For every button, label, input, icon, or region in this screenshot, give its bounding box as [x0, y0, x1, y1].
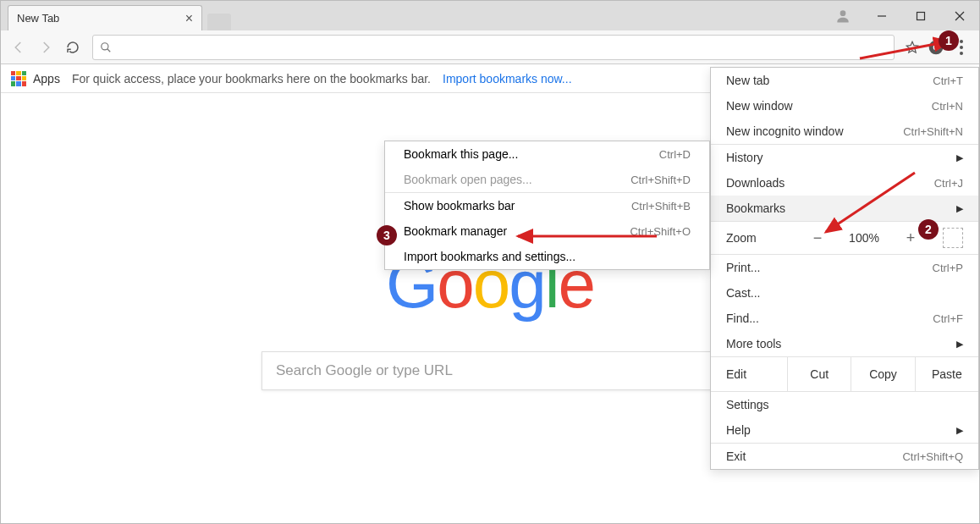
menu-new-window[interactable]: New window Ctrl+N: [711, 93, 978, 119]
forward-button[interactable]: [33, 35, 58, 60]
menu-label: Show bookmarks bar: [404, 199, 515, 212]
menu-label: Import bookmarks and settings...: [404, 250, 575, 263]
menu-label: New window: [726, 99, 793, 113]
window-maximize-button[interactable]: [901, 3, 940, 29]
menu-shortcut: Ctrl+J: [934, 177, 963, 190]
menu-label: History: [726, 151, 763, 164]
menu-label: Help: [726, 423, 751, 437]
svg-line-6: [107, 48, 111, 52]
apps-icon: [11, 71, 26, 86]
edit-cut[interactable]: Cut: [787, 357, 851, 391]
address-bar[interactable]: [92, 35, 895, 60]
menu-shortcut: Ctrl+P: [933, 262, 963, 274]
google-search-box[interactable]: Search Google or type URL: [262, 351, 718, 390]
menu-label: New tab: [726, 74, 769, 87]
menu-label: Bookmark this page...: [404, 147, 518, 161]
import-bookmarks-link[interactable]: Import bookmarks now...: [443, 72, 572, 85]
submenu-show-bookmarks-bar[interactable]: Show bookmarks bar Ctrl+Shift+B: [385, 193, 709, 218]
menu-help[interactable]: Help ▶: [711, 417, 978, 443]
menu-more-tools[interactable]: More tools ▶: [711, 331, 978, 356]
menu-label: Bookmarks: [726, 201, 785, 215]
edit-paste[interactable]: Paste: [915, 357, 978, 391]
svg-point-5: [102, 42, 108, 49]
browser-tab[interactable]: New Tab ×: [8, 5, 202, 30]
svg-point-9: [960, 40, 963, 43]
submenu-bookmark-page[interactable]: Bookmark this page... Ctrl+D: [385, 141, 709, 167]
submenu-arrow-icon: ▶: [956, 339, 963, 350]
menu-label: Settings: [726, 398, 769, 411]
submenu-arrow-icon: ▶: [956, 425, 963, 436]
menu-label: Cast...: [726, 286, 760, 300]
svg-point-11: [960, 52, 963, 55]
window-titlebar: New Tab ×: [1, 1, 979, 30]
menu-edit-row: Edit Cut Copy Paste: [711, 357, 978, 391]
search-icon: [100, 41, 112, 53]
menu-label: Exit: [726, 450, 746, 463]
browser-toolbar: [1, 30, 979, 64]
menu-new-tab[interactable]: New tab Ctrl+T: [711, 68, 978, 93]
annotation-badge-1: 1: [939, 30, 959, 51]
menu-shortcut: Ctrl+Shift+Q: [902, 450, 963, 463]
menu-label: Print...: [726, 261, 760, 274]
menu-shortcut: Ctrl+D: [659, 148, 691, 161]
tab-title: New Tab: [17, 12, 185, 25]
menu-cast[interactable]: Cast...: [711, 280, 978, 306]
submenu-arrow-icon: ▶: [956, 203, 963, 214]
menu-shortcut: Ctrl+F: [933, 312, 963, 325]
menu-shortcut: Ctrl+Shift+B: [631, 200, 691, 212]
apps-label: Apps: [33, 72, 60, 85]
menu-new-incognito[interactable]: New incognito window Ctrl+Shift+N: [711, 119, 978, 144]
edit-label: Edit: [711, 357, 787, 391]
edit-copy[interactable]: Copy: [851, 357, 914, 391]
svg-line-13: [826, 173, 915, 232]
submenu-arrow-icon: ▶: [956, 152, 963, 163]
submenu-bookmark-open-pages: Bookmark open pages... Ctrl+Shift+D: [385, 167, 709, 192]
zoom-label: Zoom: [726, 231, 794, 245]
new-tab-button[interactable]: [207, 14, 231, 30]
menu-shortcut: Ctrl+N: [932, 100, 963, 113]
menu-settings[interactable]: Settings: [711, 392, 978, 417]
window-minimize-button[interactable]: [862, 3, 901, 29]
annotation-badge-2: 2: [918, 219, 939, 240]
bookmarks-bar-hint: For quick access, place your bookmarks h…: [72, 72, 431, 85]
menu-label: More tools: [726, 337, 781, 350]
reload-button[interactable]: [60, 35, 85, 60]
bookmarks-submenu: Bookmark this page... Ctrl+D Bookmark op…: [384, 141, 710, 270]
menu-label: Find...: [726, 312, 759, 325]
menu-label: New incognito window: [726, 124, 844, 138]
submenu-import-settings[interactable]: Import bookmarks and settings...: [385, 244, 709, 269]
svg-point-10: [960, 46, 963, 49]
menu-label: Downloads: [726, 176, 785, 190]
apps-shortcut[interactable]: Apps: [11, 71, 60, 86]
menu-print[interactable]: Print... Ctrl+P: [711, 255, 978, 280]
address-input[interactable]: [118, 41, 887, 54]
menu-find[interactable]: Find... Ctrl+F: [711, 306, 978, 331]
menu-label: Bookmark manager: [404, 224, 507, 238]
annotation-arrow-3: [513, 228, 665, 245]
chrome-main-menu: New tab Ctrl+T New window Ctrl+N New inc…: [710, 67, 979, 470]
fullscreen-button[interactable]: [943, 228, 963, 248]
menu-shortcut: Ctrl+Shift+N: [903, 125, 963, 138]
menu-shortcut: Ctrl+Shift+D: [630, 174, 691, 186]
annotation-badge-3: 3: [377, 225, 397, 245]
menu-shortcut: Ctrl+T: [933, 74, 963, 87]
svg-point-0: [840, 10, 846, 16]
menu-label: Bookmark open pages...: [404, 173, 532, 186]
svg-rect-2: [917, 12, 925, 19]
tab-close-icon[interactable]: ×: [185, 11, 193, 26]
menu-exit[interactable]: Exit Ctrl+Shift+Q: [711, 444, 978, 469]
window-close-button[interactable]: [940, 3, 979, 29]
back-button[interactable]: [6, 35, 31, 60]
svg-line-12: [860, 41, 949, 58]
annotation-arrow-2: [813, 166, 923, 242]
profile-icon[interactable]: [823, 3, 862, 29]
